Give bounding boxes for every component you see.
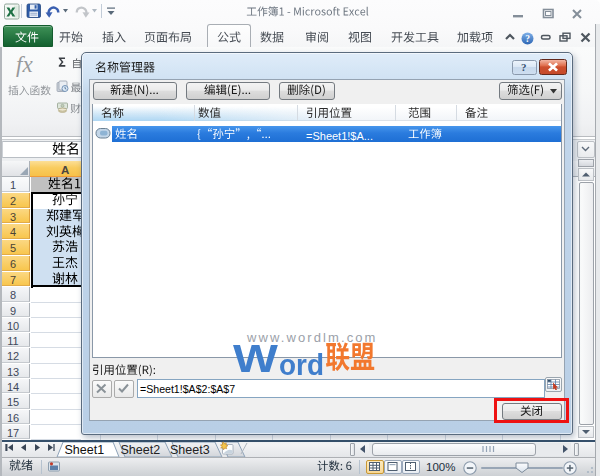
svg-text:?: ? xyxy=(525,34,530,44)
